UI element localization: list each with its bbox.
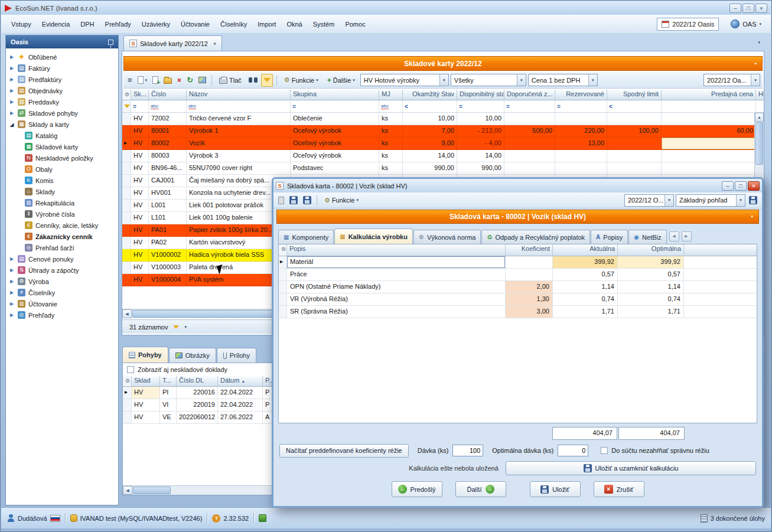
- minimize-button[interactable]: –: [722, 181, 734, 191]
- chevron-right-icon[interactable]: ▶: [9, 99, 15, 105]
- col-header-sklad[interactable]: Sklad: [132, 376, 160, 387]
- close-tab-icon[interactable]: ×: [213, 41, 216, 47]
- filter-cell[interactable]: =: [131, 100, 149, 112]
- save-button[interactable]: [288, 194, 299, 207]
- minimize-button[interactable]: –: [729, 4, 741, 13]
- chevron-right-icon[interactable]: ▶: [9, 256, 15, 262]
- chevron-right-icon[interactable]: ▶: [9, 290, 15, 295]
- chevron-right-icon[interactable]: ▶: [9, 77, 15, 82]
- tab-pohyby[interactable]: Pohyby: [122, 347, 168, 363]
- chevron-down-icon[interactable]: ▾: [664, 195, 673, 206]
- previous-button[interactable]: ←Predošlý: [392, 481, 442, 497]
- sidebar-item-uctovanie[interactable]: ▶▥Účtovanie: [6, 298, 118, 309]
- new-document-button[interactable]: ▾: [136, 74, 149, 87]
- sidebar-item-obaly[interactable]: OObaly: [6, 164, 118, 175]
- table-row[interactable]: HV 80003 Výrobok 3 Oceľový výrobok ks 14…: [122, 150, 764, 162]
- scroll-up-icon[interactable]: ▲: [755, 113, 764, 122]
- col-header-cislo-dl[interactable]: Číslo DL: [177, 376, 218, 387]
- sidebar-item-objednavky[interactable]: ▶▤Objednávky: [6, 85, 118, 96]
- banner-dropdown-icon[interactable]: ▾: [754, 61, 757, 66]
- chevron-right-icon[interactable]: ▶: [9, 66, 15, 71]
- grid-corner[interactable]: ⚙: [123, 376, 132, 387]
- chevron-right-icon[interactable]: ▶: [9, 54, 15, 60]
- view-combo[interactable]: Základný pohľad▾: [676, 194, 745, 207]
- sidebar-item-faktury[interactable]: ▶▤Faktúry: [6, 63, 118, 74]
- product-type-combo[interactable]: HV Hotové výrobky▾: [360, 74, 449, 86]
- col-header-doporucena[interactable]: Doporučená z...: [504, 90, 555, 100]
- chevron-down-icon[interactable]: ▾: [588, 74, 597, 86]
- tab-kalkulacia-vyrobku[interactable]: ▦Kalkulácia výrobku: [334, 229, 413, 244]
- sidebar-item-uhrady[interactable]: ▶⇅Úhrady a zápočty: [6, 265, 118, 276]
- close-button[interactable]: ×: [748, 181, 760, 191]
- functions-menu[interactable]: ⚙Funkcie▾: [281, 74, 322, 87]
- save-button[interactable]: Uložiť: [530, 481, 581, 497]
- calc-row[interactable]: OPN (Ostatné Priame Náklady) 2,00 1,14 1…: [279, 281, 757, 293]
- col-header-popis[interactable]: Popis: [287, 244, 506, 256]
- exclude-overhead-checkbox[interactable]: Do súčtu nezahŕňať správnu réžiu: [601, 447, 709, 454]
- grid-corner[interactable]: ⚙: [122, 90, 131, 100]
- menu-item[interactable]: Uzávierky: [136, 18, 175, 30]
- print-button[interactable]: Tlač: [216, 74, 245, 87]
- customize-menu-icon[interactable]: ≡: [126, 74, 134, 87]
- tab-skladove-karty[interactable]: S Skladové karty 2022/12 ×: [123, 35, 222, 51]
- filter-button[interactable]: [261, 74, 273, 87]
- search-button[interactable]: [247, 74, 259, 87]
- filter-dropdown-icon[interactable]: ▾: [184, 325, 187, 329]
- sidebar-item-vyroba[interactable]: ▶⚙Výroba: [6, 276, 118, 287]
- export-button[interactable]: [197, 74, 208, 87]
- close-button[interactable]: ×: [755, 4, 767, 13]
- period-combo[interactable]: 2022/12 Oa...▾: [703, 74, 760, 86]
- sidebar-item-prehlad-sarzi[interactable]: ◎Prehľad šarží: [6, 242, 118, 253]
- filter-cell[interactable]: abc: [149, 100, 187, 112]
- checkbox-icon[interactable]: [601, 447, 608, 454]
- oas-menu[interactable]: OAS ▾: [726, 18, 766, 30]
- open-button[interactable]: [162, 74, 174, 87]
- period-combo[interactable]: 2022/12 O...▾: [624, 194, 674, 207]
- chevron-right-icon[interactable]: ▶: [9, 279, 15, 284]
- menu-item[interactable]: Prehľady: [100, 18, 136, 30]
- tab-odpady[interactable]: ♻Odpady a Recyklačný poplatok: [481, 230, 590, 244]
- tab-netbiz[interactable]: ◉NetBiz: [628, 230, 666, 244]
- scroll-left-icon[interactable]: ◀: [123, 486, 132, 495]
- chevron-down-icon[interactable]: ▾: [517, 74, 526, 86]
- menu-item[interactable]: Pomoc: [340, 18, 370, 30]
- sidebar-item-predfaktury[interactable]: ▶▤Predfaktúry: [6, 74, 118, 85]
- chevron-down-icon[interactable]: ▾: [751, 74, 760, 86]
- filter-cell[interactable]: =: [291, 100, 379, 112]
- col-header-hla[interactable]: Hla: [756, 90, 764, 100]
- table-row[interactable]: HV 72002 Tričko červené vzor F Oblečenie…: [122, 113, 764, 125]
- chevron-right-icon[interactable]: ▶: [9, 301, 15, 306]
- more-menu[interactable]: +Ďalšie▾: [324, 74, 359, 87]
- col-header-aktualna[interactable]: Aktuálna: [553, 244, 618, 256]
- col-header-koeficient[interactable]: Koeficient: [506, 244, 553, 256]
- banner-dropdown-icon[interactable]: ▾: [751, 214, 753, 219]
- chevron-right-icon[interactable]: ▶: [9, 267, 15, 273]
- menu-item[interactable]: Okná: [281, 18, 307, 30]
- table-row[interactable]: HV 80001 Výrobok 1 Oceľový výrobok ks 7,…: [122, 125, 764, 138]
- price-combo[interactable]: Cena 1 bez DPH▾: [528, 74, 598, 86]
- menu-item[interactable]: Vstupy: [6, 18, 37, 30]
- sidebar-item-vyrobne-cisla[interactable]: ‖Výrobné čísla: [6, 208, 118, 220]
- sidebar-item-skladove-karty[interactable]: ▦Skladové karty: [6, 141, 118, 152]
- stock-filter-combo[interactable]: Všetky▾: [451, 74, 526, 86]
- scrollbar-thumb[interactable]: [133, 487, 171, 494]
- cancel-button[interactable]: ×Zrušiť: [594, 481, 644, 497]
- calc-row[interactable]: SR (Správna Réžia) 3,00 1,71 1,71: [279, 306, 757, 318]
- sidebar-item-neskladove-polozky[interactable]: NNeskladové položky: [6, 152, 118, 164]
- maximize-button[interactable]: □: [735, 181, 747, 191]
- col-header-datum[interactable]: Dátum▲: [218, 376, 263, 387]
- col-header-mj[interactable]: MJ: [379, 90, 403, 100]
- filter-row[interactable]: = abc abc = abc < = = = <: [122, 100, 764, 113]
- copy-document-button[interactable]: [151, 74, 160, 87]
- sidebar-item-prehlady[interactable]: ▶◎Prehľady: [6, 309, 118, 321]
- menu-item[interactable]: Číselníky: [215, 18, 252, 30]
- delete-button[interactable]: ×: [175, 74, 183, 87]
- grid-corner[interactable]: ⚙: [279, 244, 287, 256]
- next-button[interactable]: Ďalší→: [455, 481, 506, 497]
- tab-scroll-right-icon[interactable]: ▶: [682, 231, 692, 241]
- col-header-predajna[interactable]: Predajná cena: [662, 90, 756, 100]
- col-header-cislo[interactable]: Číslo: [149, 90, 187, 100]
- tab-vykonova-norma[interactable]: ⚙Výkonová norma: [413, 230, 481, 244]
- table-row[interactable]: HV BN96-46... 55NU7090 cover right Podst…: [122, 162, 764, 175]
- sidebar-item-komis[interactable]: KKomis: [6, 175, 118, 186]
